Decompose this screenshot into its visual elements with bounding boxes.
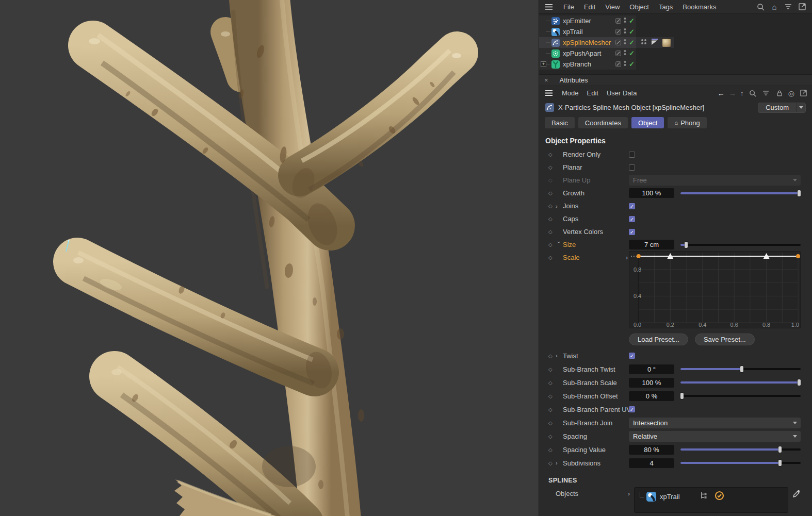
keyframe-dot[interactable]: ◇ (548, 203, 556, 209)
forward-arrow-icon[interactable]: → (729, 89, 736, 97)
subdivisions-value-field[interactable]: 4 (629, 458, 674, 468)
keyframe-dot[interactable]: ◇ (548, 229, 556, 235)
target-icon[interactable]: ◎ (788, 89, 794, 97)
twist-checkbox[interactable] (629, 353, 635, 359)
hamburger-menu-icon[interactable] (544, 2, 554, 11)
visibility-dots-icon[interactable] (624, 49, 626, 57)
keyframe-dot[interactable]: ◇ (548, 367, 556, 372)
visibility-dots-icon[interactable] (624, 60, 626, 68)
lock-icon[interactable] (775, 89, 784, 98)
menu-object[interactable]: Object (629, 3, 649, 11)
enabled-check-icon[interactable]: ✓ (629, 61, 635, 68)
expand-chevron-icon[interactable]: › (626, 254, 628, 261)
spacing-value-slider[interactable] (680, 446, 801, 453)
menu-edit[interactable]: Edit (584, 3, 595, 11)
keyframe-dot[interactable]: ◇ (548, 190, 556, 196)
visibility-dots-icon[interactable] (624, 17, 626, 25)
keyframe-dot[interactable]: ◇ (548, 434, 556, 439)
expand-chevron-icon[interactable]: › (556, 353, 563, 359)
menu-edit[interactable]: Edit (587, 89, 598, 97)
enabled-check-icon[interactable]: ✓ (629, 39, 635, 46)
close-icon[interactable]: × (544, 76, 548, 84)
search-icon[interactable] (748, 89, 757, 98)
menu-view[interactable]: View (605, 3, 620, 11)
spacing-value-field[interactable]: 80 % (629, 445, 674, 455)
circle-check-icon[interactable] (714, 491, 724, 503)
filter-icon[interactable] (761, 89, 771, 98)
splines-object-list[interactable]: xpTrail (634, 487, 788, 513)
viewport-3d[interactable] (0, 0, 539, 516)
visibility-dots-icon[interactable] (624, 28, 626, 36)
size-slider[interactable] (680, 241, 801, 248)
up-arrow-icon[interactable]: ↑ (740, 89, 744, 97)
sub-branch-scale-value-field[interactable]: 100 % (629, 378, 674, 388)
chevron-down-icon[interactable] (796, 103, 805, 112)
joins-checkbox[interactable] (629, 203, 635, 209)
subdivisions-slider[interactable] (680, 459, 801, 467)
sub-branch-twist-value-field[interactable]: 0 ° (629, 364, 674, 374)
keyframe-dot[interactable]: ◇ (548, 164, 556, 170)
keyframe-dot[interactable]: ◇ (548, 255, 556, 260)
display-toggle-icon[interactable] (615, 29, 621, 35)
keyframe-dot[interactable]: ◇ (548, 242, 556, 247)
back-arrow-icon[interactable]: ← (718, 89, 725, 97)
home-icon[interactable]: ⌂ (770, 2, 779, 11)
keyframe-dot[interactable]: ◇ (548, 393, 556, 399)
filter-icon[interactable] (784, 2, 793, 11)
menu-mode[interactable]: Mode (562, 89, 579, 97)
enabled-check-icon[interactable]: ✓ (629, 50, 635, 57)
drag-handle-dots[interactable] (708, 511, 721, 516)
sub-branch-offset-value-field[interactable]: 0 % (629, 391, 674, 401)
display-toggle-icon[interactable] (615, 18, 621, 24)
caps-checkbox[interactable] (629, 216, 635, 222)
sub-branch-parent-uv-checkbox[interactable] (629, 406, 635, 412)
keyframe-dot[interactable]: ◇ (548, 216, 556, 222)
enabled-check-icon[interactable]: ✓ (629, 18, 635, 24)
keyframe-dot[interactable]: ◇ (548, 447, 556, 453)
size-value-field[interactable]: 7 cm (629, 240, 674, 249)
display-toggle-icon[interactable] (615, 51, 621, 56)
object-row-xpbranch[interactable]: + xpBranch ✓ (539, 59, 812, 70)
search-icon[interactable] (756, 2, 765, 11)
sub-branch-scale-slider[interactable] (680, 379, 801, 386)
list-item-xptrail[interactable]: xpTrail (640, 491, 784, 502)
object-row-xppushapart[interactable]: xpPushApart ✓ (539, 48, 812, 59)
scale-spline-graph[interactable]: 0.8 0.4 0.0 0.2 0.4 0.6 0.8 1.0 (629, 251, 801, 328)
eyedropper-icon[interactable] (792, 489, 801, 500)
keyframe-dot[interactable]: ◇ (548, 460, 556, 466)
object-row-xptrail[interactable]: xpTrail ✓ (539, 26, 812, 37)
object-row-xpemitter[interactable]: xpEmitter ✓ (539, 15, 812, 26)
menu-file[interactable]: File (563, 3, 574, 11)
expand-chevron-icon[interactable]: › (556, 460, 563, 466)
spacing-dropdown[interactable]: Relative (629, 431, 801, 442)
hamburger-menu-icon[interactable] (544, 89, 554, 98)
sub-branch-join-dropdown[interactable]: Intersection (629, 418, 801, 428)
keyframe-dot[interactable]: ◇ (548, 353, 556, 359)
growth-value-field[interactable]: 100 % (629, 188, 674, 198)
keyframe-dot[interactable]: ◇ (548, 407, 556, 412)
tab-object[interactable]: Object (631, 117, 664, 128)
visibility-dots-icon[interactable] (624, 39, 626, 46)
tab-phong[interactable]: ⌂ Phong (668, 117, 706, 128)
render-only-checkbox[interactable] (629, 152, 635, 158)
keyframe-dot[interactable]: ◇ (548, 380, 556, 386)
menu-bookmarks[interactable]: Bookmarks (683, 3, 716, 11)
expand-plus-icon[interactable]: + (541, 61, 546, 67)
enabled-check-icon[interactable]: ✓ (629, 28, 635, 35)
growth-slider[interactable] (680, 190, 801, 197)
load-preset-button[interactable]: Load Preset... (629, 334, 688, 345)
expand-chevron-icon[interactable]: › (628, 490, 630, 497)
object-row-xpsplinemesher[interactable]: xpSplineMesher ✓ (539, 37, 812, 48)
tab-basic[interactable]: Basic (545, 117, 575, 128)
sub-branch-twist-slider[interactable] (680, 365, 801, 373)
menu-tags[interactable]: Tags (659, 3, 673, 11)
vertex-colors-checkbox[interactable] (629, 229, 635, 235)
keyframe-dot[interactable]: ◇ (548, 420, 556, 426)
display-toggle-icon[interactable] (615, 61, 621, 67)
hierarchy-icon[interactable] (700, 492, 708, 502)
dots-grid-icon[interactable] (640, 38, 647, 47)
popout-icon[interactable] (798, 2, 807, 11)
flag-tag-icon[interactable] (651, 38, 658, 47)
sub-branch-offset-slider[interactable] (680, 392, 801, 400)
save-preset-button[interactable]: Save Preset... (695, 334, 755, 345)
